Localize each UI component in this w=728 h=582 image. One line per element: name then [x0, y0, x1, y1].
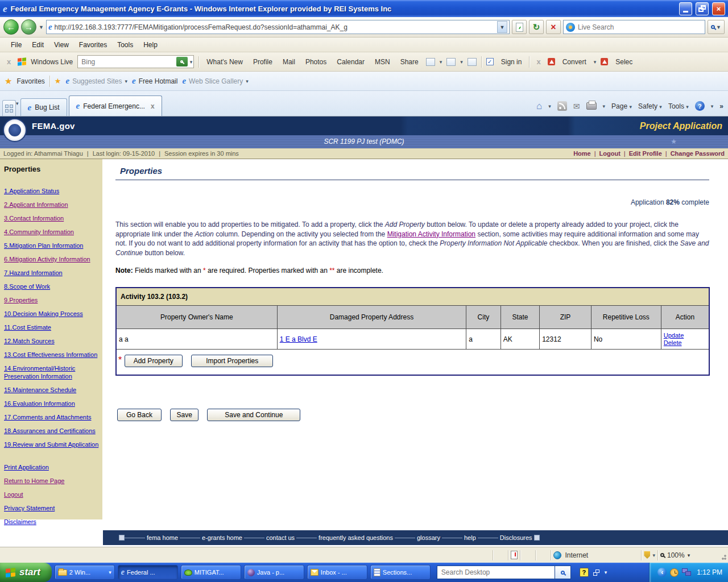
overflow-chevron-icon[interactable]: »: [719, 102, 723, 110]
favorites-label[interactable]: Favorites: [16, 77, 44, 85]
quick-tabs-icon[interactable]: [2, 100, 16, 116]
sidebar-item-cost-estimate[interactable]: 11.Cost Estimate: [4, 323, 99, 331]
logout-link[interactable]: Logout: [599, 150, 621, 157]
save-and-continue-button[interactable]: Save and Continue: [207, 409, 300, 421]
sidebar-item-properties[interactable]: 9.Properties: [4, 296, 99, 304]
help-notify-icon[interactable]: ?: [580, 568, 589, 577]
address-field[interactable]: e ▼: [46, 20, 510, 34]
map-icon[interactable]: [426, 58, 435, 66]
update-link[interactable]: Update: [664, 332, 706, 339]
task-sections[interactable]: Sections...: [370, 565, 431, 580]
network-tray-icon[interactable]: [682, 568, 692, 576]
desktop-search-button[interactable]: [555, 566, 571, 579]
sidebar-item-contact-information[interactable]: 3.Contact Information: [4, 214, 99, 222]
sidebar-item-assurances-and-certifications[interactable]: 18.Assurances and Certifications: [4, 427, 99, 435]
convert-button[interactable]: Convert: [560, 58, 589, 66]
footer-glossary-link[interactable]: glossary: [415, 534, 442, 541]
search-options-icon[interactable]: ▼: [716, 24, 721, 30]
read-mail-icon[interactable]: ✉: [573, 102, 580, 111]
task-mitigat[interactable]: MITIGAT...: [181, 565, 241, 580]
mitigation-activity-information-link[interactable]: Mitigation Activity Information: [387, 230, 475, 238]
close-button[interactable]: ×: [712, 2, 725, 15]
delete-link[interactable]: Delete: [664, 339, 706, 347]
sign-in-button[interactable]: Sign in: [498, 58, 525, 66]
translate-icon[interactable]: [468, 58, 477, 66]
sidebar-item-hazard-information[interactable]: 7.Hazard Information: [4, 269, 99, 277]
sidebar-item-maintenance-schedule[interactable]: 15.Maintenance Schedule: [4, 386, 99, 394]
return-home-link[interactable]: Return to Home Page: [4, 477, 99, 485]
restore-windows-icon[interactable]: [593, 569, 600, 576]
menu-favorites[interactable]: Favorites: [74, 39, 112, 51]
fema-logo-text[interactable]: FEMA.gov: [32, 121, 75, 131]
stop-button[interactable]: ×: [546, 20, 561, 34]
menu-view[interactable]: View: [49, 39, 74, 51]
bing-search-box[interactable]: ▾: [77, 55, 194, 68]
page-menu[interactable]: Page ▾: [611, 102, 632, 110]
web-slice-gallery-link[interactable]: eWeb Slice Gallery▾: [182, 77, 248, 85]
sidebar-item-mitigation-activity-information[interactable]: 6.Mitigation Activity Information: [4, 255, 99, 263]
footer-fema-home-link[interactable]: fema home: [145, 534, 180, 541]
edit-profile-link[interactable]: Edit Profile: [629, 150, 662, 157]
footer-disclosures-link[interactable]: Disclosures: [498, 534, 534, 541]
privacy-statement-link[interactable]: Privacy Statement: [4, 504, 99, 512]
messenger-tray-icon[interactable]: ‹: [657, 568, 667, 577]
gallery-dropdown-icon[interactable]: ▾: [460, 59, 463, 65]
task-inbox[interactable]: Inbox - ...: [307, 565, 367, 580]
menu-help[interactable]: Help: [138, 39, 163, 51]
address-dropdown-icon[interactable]: ▼: [497, 21, 507, 33]
footer-contact-us-link[interactable]: contact us: [264, 534, 296, 541]
footer-help-link[interactable]: help: [462, 534, 478, 541]
forward-button[interactable]: →: [21, 19, 36, 35]
property-address-link[interactable]: 1 E a Blvd E: [280, 335, 317, 343]
live-search-box[interactable]: [563, 20, 705, 34]
live-link-mail[interactable]: Mail: [280, 58, 298, 66]
toolbar-close-icon[interactable]: x: [5, 57, 13, 66]
live-link-profile[interactable]: Profile: [250, 58, 275, 66]
save-button[interactable]: Save: [170, 409, 198, 421]
window-gallery-icon[interactable]: [446, 58, 456, 66]
sidebar-item-cost-effectiveness-information[interactable]: 13.Cost Effectiveness Information: [4, 351, 99, 359]
bing-search-button[interactable]: [176, 57, 188, 66]
url-input[interactable]: [55, 23, 495, 31]
taskbar-clock[interactable]: 1:12 PM: [697, 568, 722, 576]
sidebar-item-applicant-information[interactable]: 2.Applicant Information: [4, 201, 99, 209]
bing-search-input[interactable]: [81, 58, 173, 66]
tab-federal-emergency[interactable]: eFederal Emergenc...x: [69, 95, 162, 116]
task-java[interactable]: Java - p...: [244, 565, 304, 580]
history-dropdown-icon[interactable]: ▼: [39, 24, 44, 30]
task-federal-ie[interactable]: eFederal ...: [118, 565, 178, 580]
live-link-whats-new[interactable]: What's New: [204, 58, 246, 66]
help-icon[interactable]: ?: [695, 101, 705, 111]
live-search-input[interactable]: [578, 23, 702, 31]
menu-edit[interactable]: Edit: [27, 39, 49, 51]
minimize-button[interactable]: [679, 2, 692, 15]
start-button[interactable]: start: [0, 563, 52, 582]
live-link-msn[interactable]: MSN: [372, 58, 393, 66]
rss-feed-icon[interactable]: [557, 101, 567, 111]
safety-menu[interactable]: Safety ▾: [638, 102, 662, 110]
footer-faq-link[interactable]: frequently asked questions: [317, 534, 395, 541]
tab-list-dropdown-icon[interactable]: ▾: [16, 101, 19, 106]
sidebar-logout-link[interactable]: Logout: [4, 490, 99, 498]
add-favorites-icon[interactable]: ★: [55, 77, 61, 85]
sidebar-item-decision-making-process[interactable]: 10.Decision Making Process: [4, 310, 99, 318]
tab-bug-list[interactable]: eBug List: [20, 98, 67, 116]
help-dropdown-icon[interactable]: ▾: [711, 103, 714, 109]
live-link-calendar[interactable]: Calendar: [334, 58, 367, 66]
disclaimers-link[interactable]: Disclaimers: [4, 518, 99, 526]
free-hotmail-link[interactable]: eFree Hotmail: [132, 77, 177, 85]
sidebar-item-mitigation-plan-information[interactable]: 5.Mitigation Plan Information: [4, 242, 99, 250]
live-link-share[interactable]: Share: [398, 58, 421, 66]
sidebar-item-environmental-historic[interactable]: 14.Environmental/Historic Preservation I…: [4, 364, 99, 380]
suggested-sites-link[interactable]: eSuggested Sites▾: [65, 77, 127, 85]
restore-button[interactable]: [696, 2, 709, 15]
sidebar-item-review-and-submit[interactable]: 19.Review and Submit Application: [4, 440, 99, 448]
change-password-link[interactable]: Change Password: [671, 150, 725, 157]
search-go-button[interactable]: ▼: [708, 20, 725, 34]
sidebar-item-community-information[interactable]: 4.Community Information: [4, 228, 99, 236]
tab-close-icon[interactable]: x: [151, 102, 155, 110]
reminder-clock-icon[interactable]: [670, 568, 679, 577]
bing-dropdown-icon[interactable]: ▾: [190, 59, 193, 65]
convert-dropdown-icon[interactable]: ▾: [594, 59, 597, 65]
desktop-search-input[interactable]: [437, 566, 555, 579]
